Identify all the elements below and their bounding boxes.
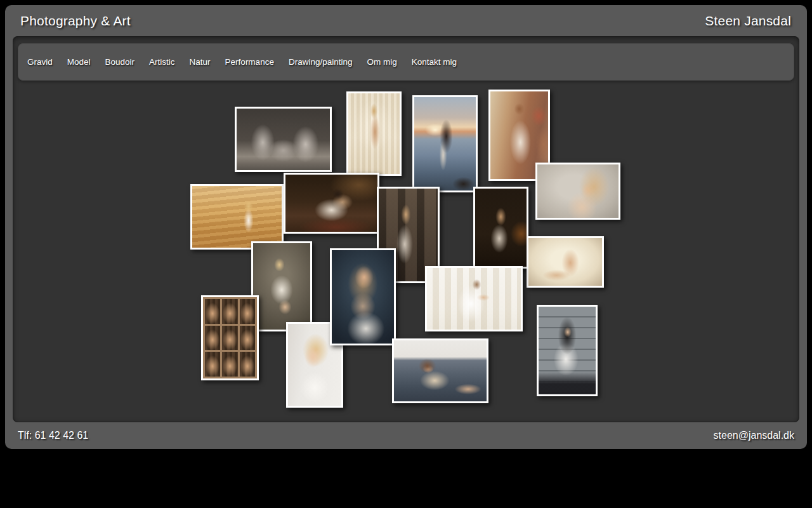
crate-cell bbox=[205, 352, 220, 377]
crate-cell bbox=[240, 326, 255, 351]
nav-item-boudoir[interactable]: Boudoir bbox=[105, 57, 135, 67]
nav-item-artistic[interactable]: Artistic bbox=[149, 57, 175, 67]
site-title: Photography & Art bbox=[20, 13, 131, 29]
nav-item-natur[interactable]: Natur bbox=[190, 57, 211, 67]
footer-phone: Tlf: 61 42 42 61 bbox=[18, 430, 88, 441]
site-footer: Tlf: 61 42 42 61 steen@jansdal.dk bbox=[5, 422, 807, 449]
site-container: Photography & Art Steen Jansdal GravidMo… bbox=[5, 5, 807, 449]
nav-item-model[interactable]: Model bbox=[67, 57, 91, 67]
photo-kneeling-baby[interactable] bbox=[251, 241, 312, 331]
nav-item-om-mig[interactable]: Om mig bbox=[367, 57, 396, 67]
photo-window-nude[interactable] bbox=[346, 91, 402, 176]
photo-smiling-portrait[interactable] bbox=[330, 248, 396, 345]
photo-maternity-seated[interactable] bbox=[527, 236, 604, 288]
nav-item-drawing-painting[interactable]: Drawing/painting bbox=[289, 57, 353, 67]
photo-dark-hair-sweater[interactable] bbox=[537, 305, 598, 396]
photo-blonde-headshot[interactable] bbox=[535, 163, 620, 220]
photo-wheat-field[interactable] bbox=[190, 184, 284, 250]
crate-cell bbox=[205, 299, 220, 324]
main-nav: GravidModelBoudoirArtisticNaturPerforman… bbox=[18, 43, 794, 81]
photo-collage bbox=[13, 36, 799, 422]
photo-sofa-lounging[interactable] bbox=[392, 338, 488, 403]
crate-cell bbox=[222, 299, 237, 324]
main-content: GravidModelBoudoirArtisticNaturPerforman… bbox=[13, 36, 799, 422]
photo-crate-grid[interactable] bbox=[201, 295, 259, 380]
photo-chaise-recline[interactable] bbox=[284, 173, 379, 234]
crate-cell bbox=[222, 352, 237, 377]
photo-white-dress-sitting[interactable] bbox=[425, 266, 523, 331]
nav-item-kontakt-mig[interactable]: Kontakt mig bbox=[412, 57, 457, 67]
nav-item-gravid[interactable]: Gravid bbox=[27, 57, 53, 67]
footer-email-link[interactable]: steen@jansdal.dk bbox=[714, 430, 794, 441]
photo-sunset-silhouette[interactable] bbox=[412, 95, 478, 192]
crate-cell bbox=[240, 299, 255, 324]
nav-item-performance[interactable]: Performance bbox=[225, 57, 274, 67]
site-header: Photography & Art Steen Jansdal bbox=[5, 5, 807, 36]
photo-trio-bw[interactable] bbox=[235, 107, 332, 172]
photo-chair-dark[interactable] bbox=[473, 187, 528, 269]
crate-cell bbox=[205, 326, 220, 351]
crate-cell bbox=[240, 352, 255, 377]
site-owner-name: Steen Jansdal bbox=[705, 13, 791, 29]
crate-cell bbox=[222, 326, 237, 351]
